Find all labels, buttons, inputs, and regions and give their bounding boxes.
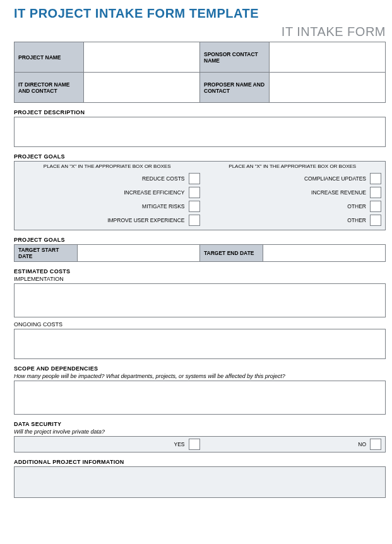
goal-ux-label: IMPROVE USER EXPERIENCE: [107, 217, 188, 223]
sponsor-input[interactable]: [270, 42, 386, 73]
goal-revenue-checkbox[interactable]: [370, 187, 381, 198]
security-subtitle: Will the project involve private data?: [14, 429, 386, 435]
scope-title: SCOPE AND DEPENDENCIES: [14, 365, 386, 372]
ongoing-label: ONGOING COSTS: [14, 321, 386, 328]
implementation-input[interactable]: [14, 283, 386, 317]
scope-input[interactable]: [14, 381, 386, 415]
start-date-input[interactable]: [78, 245, 200, 262]
sponsor-label: SPONSOR CONTACT NAME: [200, 42, 270, 73]
yes-checkbox[interactable]: [189, 439, 200, 450]
director-input[interactable]: [84, 73, 200, 103]
security-title: DATA SECURITY: [14, 421, 386, 427]
director-label: IT DIRECTOR NAME AND CONTACT: [15, 73, 84, 103]
goal-compliance-checkbox[interactable]: [370, 173, 381, 184]
goal-risks-checkbox[interactable]: [189, 201, 200, 212]
goals-box: PLACE AN "X" IN THE APPROPRIATE BOX OR B…: [14, 161, 386, 230]
description-title: PROJECT DESCRIPTION: [14, 109, 386, 115]
implementation-label: IMPLEMENTATION: [14, 276, 386, 282]
project-name-label: PROJECT NAME: [15, 42, 84, 73]
dates-title: PROJECT GOALS: [14, 237, 386, 243]
costs-title: ESTIMATED COSTS: [14, 268, 386, 275]
yes-label: YES: [174, 441, 188, 447]
goal-reduce-costs-label: REDUCE COSTS: [142, 175, 189, 182]
goals-title: PROJECT GOALS: [14, 153, 386, 160]
goal-efficiency-checkbox[interactable]: [189, 187, 200, 198]
goal-risks-label: MITIGATE RISKS: [142, 203, 188, 210]
goal-compliance-label: COMPLIANCE UPDATES: [304, 175, 370, 182]
scope-subtitle: How many people will be impacted? What d…: [14, 373, 386, 379]
goals-instruction-right: PLACE AN "X" IN THE APPROPRIATE BOX OR B…: [200, 163, 386, 169]
no-label: NO: [358, 441, 370, 447]
end-date-input[interactable]: [263, 245, 386, 262]
dates-table: TARGET START DATE TARGET END DATE: [14, 244, 386, 262]
proposer-label: PROPOSER NAME AND CONTACT: [200, 73, 270, 103]
goal-other2-label: OTHER: [347, 217, 370, 223]
goal-efficiency-label: INCREASE EFFICIENCY: [124, 189, 188, 196]
no-checkbox[interactable]: [370, 439, 381, 450]
proposer-input[interactable]: [270, 73, 386, 103]
goal-other2-checkbox[interactable]: [370, 215, 381, 226]
end-date-label: TARGET END DATE: [200, 245, 263, 262]
goal-other1-checkbox[interactable]: [370, 201, 381, 212]
goal-revenue-label: INCREASE REVENUE: [311, 189, 370, 196]
page-title: IT PROJECT INTAKE FORM TEMPLATE: [0, 0, 392, 25]
ongoing-input[interactable]: [14, 329, 386, 359]
additional-input[interactable]: [14, 466, 386, 498]
goal-ux-checkbox[interactable]: [189, 215, 200, 226]
project-name-input[interactable]: [84, 42, 200, 73]
description-input[interactable]: [14, 117, 386, 147]
security-yn-row: YES NO: [14, 436, 386, 452]
start-date-label: TARGET START DATE: [15, 245, 78, 262]
goal-reduce-costs-checkbox[interactable]: [189, 173, 200, 184]
additional-title: ADDITIONAL PROJECT INFORMATION: [14, 459, 386, 465]
goals-instruction-left: PLACE AN "X" IN THE APPROPRIATE BOX OR B…: [15, 163, 200, 169]
header-table: PROJECT NAME SPONSOR CONTACT NAME IT DIR…: [14, 42, 386, 103]
goal-other1-label: OTHER: [347, 203, 370, 210]
form-subtitle: IT INTAKE FORM: [0, 25, 392, 42]
